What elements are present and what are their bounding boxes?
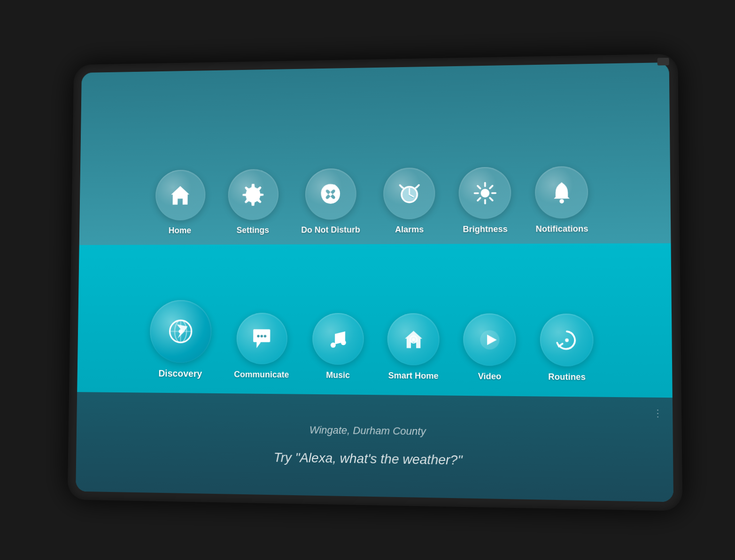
alarms-icon-circle [383,167,435,219]
notifications-label: Notifications [535,224,588,234]
menu-item-video[interactable]: Video [463,313,516,382]
svg-line-10 [490,197,493,200]
routines-label: Routines [548,372,586,382]
svg-line-9 [478,185,480,188]
more-options-icon[interactable]: ⋮ [652,407,662,419]
brightness-label: Brightness [463,224,507,234]
discovery-label: Discovery [158,368,202,379]
settings-label: Settings [236,225,269,235]
menu-item-brightness[interactable]: Brightness [459,167,511,234]
camera [657,57,669,65]
menu-item-smart-home[interactable]: Smart Home [387,313,439,381]
menu-item-discovery[interactable]: Discovery [149,300,212,379]
communicate-icon-circle [236,313,287,364]
music-icon-circle [312,313,364,365]
location-text: Wingate, Durham County [309,424,426,437]
menu-item-home[interactable]: Home [155,169,205,235]
device-frame: Home Settings Do Not D [67,54,682,511]
top-menu-row: Home Settings Do Not D [79,62,671,245]
video-icon-circle [463,313,516,366]
svg-line-12 [478,198,480,200]
menu-item-music[interactable]: Music [312,313,364,380]
menu-item-communicate[interactable]: Communicate [234,313,289,380]
svg-line-11 [490,185,493,188]
menu-item-notifications[interactable]: Notifications [535,166,588,234]
footer-area: Wingate, Durham County Try "Alexa, what'… [76,392,673,502]
svg-point-4 [480,188,489,197]
brightness-icon-circle [459,167,511,219]
device-screen: Home Settings Do Not D [76,62,673,502]
home-icon-circle [155,169,205,220]
discovery-icon-circle [149,300,211,363]
svg-point-26 [565,338,568,342]
alarms-label: Alarms [395,224,424,234]
menu-item-dnd[interactable]: Do Not Disturb [301,168,360,235]
music-label: Music [326,370,350,380]
menu-item-settings[interactable]: Settings [227,169,278,235]
routines-icon-circle [540,314,593,367]
smart-home-label: Smart Home [388,370,438,381]
svg-point-13 [559,199,564,203]
menu-item-alarms[interactable]: Alarms [383,167,435,234]
communicate-label: Communicate [234,369,289,380]
home-label: Home [168,226,191,236]
smart-home-icon-circle [387,313,439,365]
notifications-icon-circle [535,166,588,218]
settings-icon-circle [227,169,278,220]
bottom-menu-row: Discovery Communicate [77,243,673,398]
video-label: Video [478,371,501,382]
svg-point-20 [330,342,335,347]
dnd-label: Do Not Disturb [301,225,360,235]
menu-item-routines[interactable]: Routines [540,314,594,383]
dnd-icon-circle [305,168,356,220]
suggestion-text: Try "Alexa, what's the weather?" [273,450,462,468]
